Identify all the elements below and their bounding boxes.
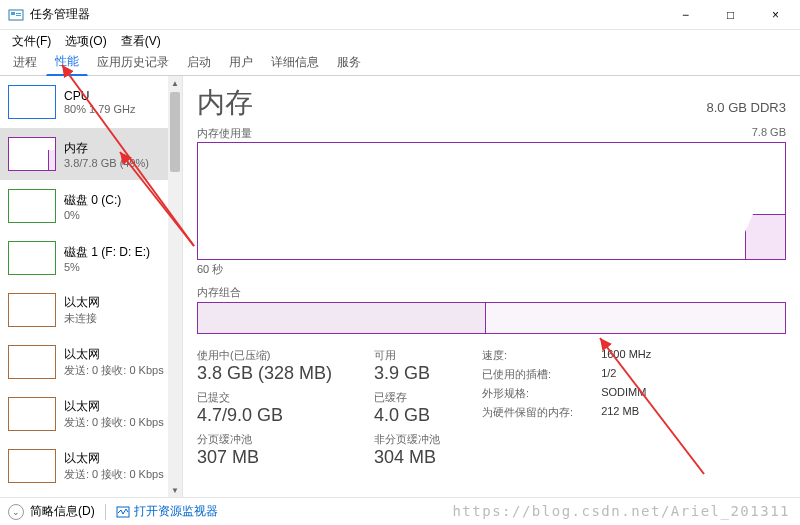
sidebar-item-label: 磁盘 1 (F: D: E:) [64,244,174,261]
fewer-details-label[interactable]: 简略信息(D) [30,503,95,520]
stat-label-nonpaged: 非分页缓冲池 [374,432,440,447]
sidebar-item-sub: 5% [64,261,174,273]
stat-label-available: 可用 [374,348,440,363]
sidebar-item-label: 以太网 [64,294,174,311]
stat-label-cached: 已缓存 [374,390,440,405]
sidebar-item-ethernet-0[interactable]: 以太网 未连接 [0,284,182,336]
minimize-button[interactable]: − [663,1,708,29]
stat-value-nonpaged: 304 MB [374,447,440,468]
sidebar-item-sub: 发送: 0 接收: 0 Kbps [64,415,174,430]
tab-startup[interactable]: 启动 [178,49,220,75]
tab-users[interactable]: 用户 [220,49,262,75]
tab-performance[interactable]: 性能 [46,48,88,76]
stat-value-available: 3.9 GB [374,363,440,384]
stat-label-paged: 分页缓冲池 [197,432,332,447]
stats-col-2: 可用 3.9 GB 已缓存 4.0 GB 非分页缓冲池 304 MB [374,348,440,474]
stat-value-cached: 4.0 GB [374,405,440,426]
sidebar-item-sub: 0% [64,209,174,221]
cpu-thumbnail [8,85,56,119]
chart-timeline-label: 60 秒 [197,262,786,277]
tab-app-history[interactable]: 应用历史记录 [88,49,178,75]
sidebar-item-sub: 80% 1.79 GHz [64,103,174,115]
sidebar-item-disk1[interactable]: 磁盘 1 (F: D: E:) 5% [0,232,182,284]
ethernet-thumbnail [8,397,56,431]
footer-bar: ⌄ 简略信息(D) 打开资源监视器 [0,497,800,525]
disk-thumbnail [8,241,56,275]
window-title: 任务管理器 [30,6,663,23]
memory-usage-chart [197,142,786,260]
memory-capacity: 8.0 GB DDR3 [707,100,786,115]
stats-area: 使用中(已压缩) 3.8 GB (328 MB) 已提交 4.7/9.0 GB … [197,348,786,474]
stat-value-speed: 1600 MHz [601,348,651,363]
stat-label-form: 外形规格: [482,386,573,401]
sidebar-item-cpu[interactable]: CPU 80% 1.79 GHz [0,76,182,128]
sidebar-item-sub: 未连接 [64,311,174,326]
stat-value-in-use: 3.8 GB (328 MB) [197,363,332,384]
tab-services[interactable]: 服务 [328,49,370,75]
app-icon [8,7,24,23]
sidebar-item-ethernet-3[interactable]: 以太网 发送: 0 接收: 0 Kbps [0,440,182,492]
stat-label-slots: 已使用的插槽: [482,367,573,382]
maximize-button[interactable]: □ [708,1,753,29]
tab-processes[interactable]: 进程 [4,49,46,75]
sidebar-item-sub: 3.8/7.8 GB (49%) [64,157,174,169]
tab-details[interactable]: 详细信息 [262,49,328,75]
sidebar-item-label: 以太网 [64,346,174,363]
scroll-down-icon[interactable]: ▼ [168,483,182,497]
stat-value-paged: 307 MB [197,447,332,468]
stat-value-form: SODIMM [601,386,651,401]
content-area: CPU 80% 1.79 GHz 内存 3.8/7.8 GB (49%) 磁盘 … [0,76,800,497]
title-bar: 任务管理器 − □ × [0,0,800,30]
resmon-icon [116,505,130,519]
close-button[interactable]: × [753,1,798,29]
tab-bar: 进程 性能 应用历史记录 启动 用户 详细信息 服务 [0,52,800,76]
stat-value-reserved: 212 MB [601,405,651,420]
sidebar-item-ethernet-1[interactable]: 以太网 发送: 0 接收: 0 Kbps [0,336,182,388]
stats-col-1: 使用中(已压缩) 3.8 GB (328 MB) 已提交 4.7/9.0 GB … [197,348,332,474]
page-title: 内存 [197,84,253,122]
resmon-label: 打开资源监视器 [134,503,218,520]
sidebar-item-label: 以太网 [64,450,174,467]
ethernet-thumbnail [8,293,56,327]
stat-label-in-use: 使用中(已压缩) [197,348,332,363]
stat-label-speed: 速度: [482,348,573,363]
main-panel: 内存 8.0 GB DDR3 内存使用量 7.8 GB 60 秒 内存组合 使用… [183,76,800,497]
sidebar-item-disk0[interactable]: 磁盘 0 (C:) 0% [0,180,182,232]
usage-chart-label: 内存使用量 [197,126,252,141]
open-resmon-link[interactable]: 打开资源监视器 [116,503,218,520]
window-controls: − □ × [663,1,798,29]
ethernet-thumbnail [8,449,56,483]
sidebar-item-ethernet-2[interactable]: 以太网 发送: 0 接收: 0 Kbps [0,388,182,440]
svg-rect-1 [11,12,15,15]
sidebar-scrollbar[interactable]: ▲ ▼ [168,76,182,497]
footer-separator [105,504,106,520]
sidebar-item-sub: 发送: 0 接收: 0 Kbps [64,363,174,378]
sidebar-item-label: 以太网 [64,398,174,415]
fewer-details-toggle[interactable]: ⌄ [8,504,24,520]
memory-composition-chart [197,302,786,334]
sidebar-item-label: CPU [64,89,174,103]
svg-rect-2 [16,13,21,14]
ethernet-thumbnail [8,345,56,379]
stat-label-committed: 已提交 [197,390,332,405]
sidebar-item-label: 磁盘 0 (C:) [64,192,174,209]
stat-value-committed: 4.7/9.0 GB [197,405,332,426]
stats-col-3: 速度: 1600 MHz 已使用的插槽: 1/2 外形规格: SODIMM 为硬… [482,348,651,474]
scroll-up-icon[interactable]: ▲ [168,76,182,90]
sidebar-item-sub: 发送: 0 接收: 0 Kbps [64,467,174,482]
svg-rect-3 [16,15,21,16]
composition-chart-label: 内存组合 [197,285,786,300]
stat-label-reserved: 为硬件保留的内存: [482,405,573,420]
disk-thumbnail [8,189,56,223]
scrollbar-thumb[interactable] [170,92,180,172]
memory-thumbnail [8,137,56,171]
sidebar-item-memory[interactable]: 内存 3.8/7.8 GB (49%) [0,128,182,180]
sidebar: CPU 80% 1.79 GHz 内存 3.8/7.8 GB (49%) 磁盘 … [0,76,183,497]
sidebar-item-label: 内存 [64,140,174,157]
stat-value-slots: 1/2 [601,367,651,382]
usage-chart-max: 7.8 GB [752,126,786,141]
